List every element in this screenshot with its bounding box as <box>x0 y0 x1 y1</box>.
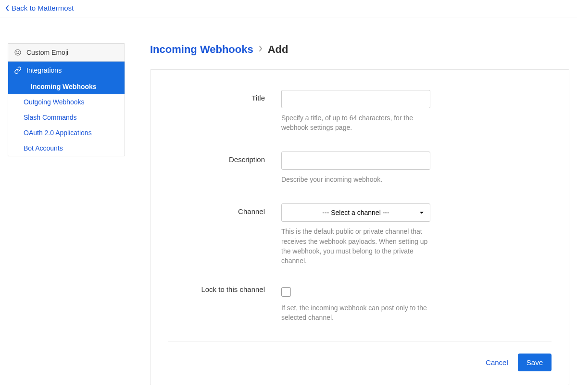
channel-select[interactable]: --- Select a channel --- <box>281 203 430 222</box>
save-button[interactable]: Save <box>518 354 552 371</box>
form-actions: Cancel Save <box>168 354 552 371</box>
breadcrumb-parent[interactable]: Incoming Webhooks <box>150 43 253 56</box>
sidebar-subitem-outgoing-webhooks[interactable]: Outgoing Webhooks <box>8 94 125 110</box>
svg-point-0 <box>15 50 21 55</box>
chevron-left-icon <box>5 5 10 12</box>
sidebar-subitem-incoming-webhooks[interactable]: Incoming Webhooks <box>8 79 125 94</box>
cancel-button[interactable]: Cancel <box>483 354 511 370</box>
title-label: Title <box>168 90 265 102</box>
channel-label: Channel <box>168 203 265 215</box>
sidebar-item-label: Custom Emoji <box>26 49 68 56</box>
form-row-description: Description Describe your incoming webho… <box>168 152 552 184</box>
svg-point-2 <box>18 51 19 52</box>
topbar: Back to Mattermost <box>0 0 577 17</box>
chevron-right-icon <box>258 45 263 54</box>
form-row-channel: Channel --- Select a channel --- This is… <box>168 203 552 266</box>
main-content: Incoming Webhooks Add Title Specify a ti… <box>150 43 569 386</box>
title-help: Specify a title, of up to 64 characters,… <box>281 113 430 133</box>
main-container: Custom Emoji Integrations Incoming Webho… <box>0 17 577 392</box>
breadcrumb: Incoming Webhooks Add <box>150 43 569 56</box>
sidebar-item-label: Incoming Webhooks <box>31 83 97 90</box>
sidebar-item-integrations[interactable]: Integrations <box>8 62 125 79</box>
sidebar-item-label: Integrations <box>26 66 62 74</box>
lock-label: Lock to this channel <box>168 285 265 293</box>
sidebar-item-label: OAuth 2.0 Applications <box>24 129 92 137</box>
sidebar-item-label: Bot Accounts <box>24 144 63 152</box>
link-icon <box>14 66 22 74</box>
divider <box>168 341 552 342</box>
lock-checkbox[interactable] <box>281 287 291 297</box>
sidebar-subitem-oauth-applications[interactable]: OAuth 2.0 Applications <box>8 125 125 140</box>
description-label: Description <box>168 152 265 164</box>
title-input[interactable] <box>281 90 430 108</box>
svg-point-1 <box>16 51 17 52</box>
back-link[interactable]: Back to Mattermost <box>5 4 74 12</box>
back-link-label: Back to Mattermost <box>12 4 74 12</box>
smile-icon <box>14 49 22 56</box>
description-input[interactable] <box>281 152 430 170</box>
breadcrumb-current: Add <box>268 43 288 56</box>
sidebar-subitem-bot-accounts[interactable]: Bot Accounts <box>8 140 125 156</box>
sidebar-item-custom-emoji[interactable]: Custom Emoji <box>8 44 125 62</box>
sidebar-subitem-slash-commands[interactable]: Slash Commands <box>8 110 125 125</box>
sidebar-item-label: Outgoing Webhooks <box>24 98 85 106</box>
form-row-title: Title Specify a title, of up to 64 chara… <box>168 90 552 133</box>
form-row-lock: Lock to this channel If set, the incomin… <box>168 285 552 323</box>
sidebar: Custom Emoji Integrations Incoming Webho… <box>8 43 125 156</box>
sidebar-item-label: Slash Commands <box>24 114 77 121</box>
channel-help: This is the default public or private ch… <box>281 227 430 266</box>
form-card: Title Specify a title, of up to 64 chara… <box>150 69 569 386</box>
lock-help: If set, the incoming webhook can post on… <box>281 303 430 323</box>
description-help: Describe your incoming webhook. <box>281 175 430 184</box>
